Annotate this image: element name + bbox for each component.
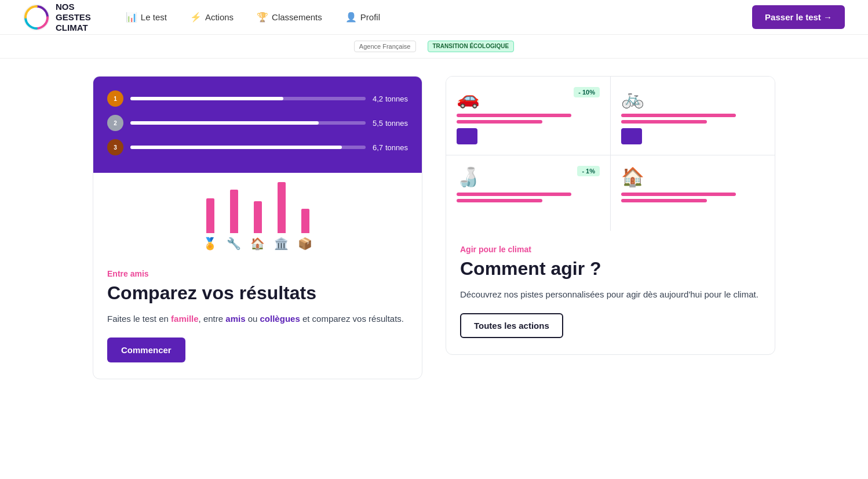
bottle-lines: [457, 193, 600, 202]
bar-icon-2: 🔧: [227, 237, 241, 251]
bar-1: [206, 198, 214, 233]
profil-icon: 👤: [345, 12, 357, 23]
actions-text-section: Agir pour le climat Comment agir ? Décou…: [446, 231, 775, 354]
actions-section-title: Comment agir ?: [460, 257, 761, 280]
medal-3: 3: [107, 139, 123, 155]
actions-section-label: Agir pour le climat: [460, 245, 761, 254]
progress-3: [130, 146, 366, 149]
leaderboard-value-1: 4,2 tonnes: [373, 94, 408, 103]
medal-1: 1: [107, 90, 123, 107]
bar-4: [278, 182, 286, 233]
bar-item-2: 🔧: [227, 190, 241, 251]
compare-section-label: Entre amis: [107, 269, 408, 278]
le-test-icon: 📊: [126, 12, 137, 23]
passer-le-test-button[interactable]: Passer le test →: [752, 5, 845, 29]
bottle-line-1: [457, 193, 571, 196]
car-line-2: [457, 120, 542, 124]
action-cell-car: 🚗 - 10%: [446, 77, 610, 155]
commencer-button[interactable]: Commencer: [107, 338, 185, 362]
car-lines: [457, 114, 600, 124]
action-header-bottle: 🍶 - 1%: [457, 166, 600, 188]
amis-link[interactable]: amis: [225, 314, 245, 324]
nav-actions-label: Actions: [205, 12, 234, 22]
medal-2: 2: [107, 115, 123, 131]
action-cell-bottle: 🍶 - 1%: [446, 155, 610, 231]
compare-card: 1 4,2 tonnes 2 5,5 tonnes 3: [93, 76, 422, 379]
actions-section-desc: Découvrez nos pistes personnalisées pour…: [460, 288, 761, 302]
banner-badge-transition: TRANSITION ÉCOLOGIQUE: [428, 41, 515, 52]
nav-profil[interactable]: 👤 Profil: [345, 12, 380, 23]
collegues-link[interactable]: collègues: [260, 314, 300, 324]
logo-text: NOS GESTES CLIMAT: [56, 2, 91, 33]
bar-item-4: 🏛️: [274, 182, 289, 251]
bottle-line-2: [457, 199, 542, 202]
nav-links: 📊 Le test ⚡ Actions 🏆 Classements 👤 Prof…: [126, 12, 752, 23]
compare-section-desc: Faites le test en famille, entre amis ou…: [107, 312, 408, 326]
nav-profil-label: Profil: [360, 12, 380, 22]
main-content: 1 4,2 tonnes 2 5,5 tonnes 3: [0, 59, 868, 397]
svg-point-0: [24, 5, 49, 30]
action-header-house: 🏠: [621, 166, 764, 188]
car-icon: 🚗: [457, 87, 480, 109]
nav-classements[interactable]: 🏆 Classements: [257, 12, 322, 23]
bottle-icon: 🍶: [457, 166, 480, 188]
leaderboard-value-3: 6,7 tonnes: [373, 143, 408, 152]
toutes-les-actions-button[interactable]: Toutes les actions: [460, 313, 563, 338]
bar-item-5: 📦: [298, 209, 312, 251]
actions-icon: ⚡: [190, 12, 202, 23]
top-banner: Agence Française TRANSITION ÉCOLOGIQUE: [0, 35, 868, 59]
bar-5: [301, 209, 309, 233]
progress-2: [130, 121, 366, 125]
progress-1: [130, 97, 366, 100]
bar-2: [230, 190, 238, 233]
car-line-1: [457, 114, 571, 117]
navbar: NOS GESTES CLIMAT 📊 Le test ⚡ Actions 🏆 …: [0, 0, 868, 35]
car-badge: - 10%: [574, 87, 600, 97]
banner-badge-agence: Agence Française: [354, 41, 416, 52]
car-box: [457, 128, 477, 144]
house-icon: 🏠: [621, 166, 644, 188]
bar-icon-4: 🏛️: [274, 237, 289, 251]
compare-text-section: Entre amis Comparez vos résultats Faites…: [93, 255, 422, 379]
bottle-badge: - 1%: [577, 166, 600, 176]
action-cell-bike: 🚲: [611, 77, 775, 155]
famille-link[interactable]: famille: [171, 314, 199, 324]
nav-le-test[interactable]: 📊 Le test: [126, 12, 167, 23]
house-line-2: [621, 199, 707, 202]
actions-card: 🚗 - 10% 🚲: [446, 76, 775, 355]
bike-line-2: [621, 120, 707, 124]
bike-box: [621, 128, 642, 144]
bar-icon-3: 🏠: [250, 237, 265, 251]
leaderboard-row-1: 1 4,2 tonnes: [107, 90, 408, 107]
leaderboard-row-3: 3 6,7 tonnes: [107, 139, 408, 155]
actions-grid: 🚗 - 10% 🚲: [446, 77, 775, 231]
leaderboard-section: 1 4,2 tonnes 2 5,5 tonnes 3: [93, 77, 422, 173]
nav-le-test-label: Le test: [141, 12, 167, 22]
action-cell-house: 🏠: [611, 155, 775, 231]
house-lines: [621, 193, 764, 202]
compare-section-title: Comparez vos résultats: [107, 282, 408, 304]
bar-icon-5: 📦: [298, 237, 312, 251]
logo-area[interactable]: NOS GESTES CLIMAT: [23, 2, 91, 33]
classements-icon: 🏆: [257, 12, 268, 23]
bar-item-3: 🏠: [250, 201, 265, 251]
bike-line-1: [621, 114, 736, 117]
bar-3: [254, 201, 262, 233]
bar-item-1: 🏅: [203, 198, 217, 251]
nav-classements-label: Classements: [272, 12, 322, 22]
nav-actions[interactable]: ⚡ Actions: [190, 12, 234, 23]
action-header-car: 🚗 - 10%: [457, 87, 600, 109]
bar-icon-1: 🏅: [203, 237, 217, 251]
bike-icon: 🚲: [621, 87, 644, 109]
bar-chart-area: 🏅 🔧 🏠 🏛️ 📦: [93, 173, 422, 255]
house-line-1: [621, 193, 736, 196]
logo-icon: [23, 4, 50, 31]
bike-lines: [621, 114, 764, 124]
action-header-bike: 🚲: [621, 87, 764, 109]
leaderboard-row-2: 2 5,5 tonnes: [107, 115, 408, 131]
leaderboard-value-2: 5,5 tonnes: [373, 118, 408, 128]
